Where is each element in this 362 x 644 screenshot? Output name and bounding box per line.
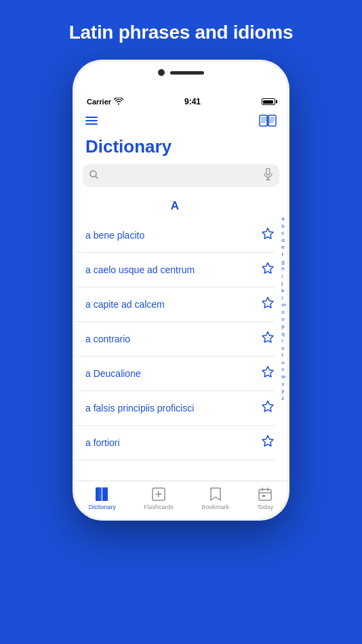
svg-rect-11 — [266, 168, 270, 175]
alpha-letter-q[interactable]: q — [281, 331, 286, 338]
phone-hardware — [158, 69, 204, 76]
alpha-letter-s[interactable]: s — [281, 345, 286, 352]
flashcards-tab-icon — [150, 487, 167, 502]
alpha-letter-y[interactable]: y — [281, 388, 286, 395]
word-text: a caelo usque ad centrum — [85, 264, 195, 275]
star-icon[interactable] — [260, 399, 275, 417]
menu-button[interactable] — [85, 117, 98, 125]
word-item[interactable]: a falsis principiis proficisci — [75, 391, 275, 426]
word-text: a bene placito — [85, 230, 144, 241]
alpha-letter-m[interactable]: m — [281, 302, 286, 308]
alpha-letter-t[interactable]: t — [281, 352, 286, 359]
page-heading: Latin phrases and idioms — [56, 22, 306, 43]
alpha-letter-d[interactable]: d — [281, 237, 286, 244]
word-text: a capite ad calcem — [85, 299, 165, 310]
alpha-letter-j[interactable]: j — [281, 280, 286, 287]
phone-mockup: Carrier 9:41 — [73, 60, 289, 521]
flashcards-tab-label: Flashcards — [144, 504, 174, 510]
tab-bar: Dictionary Flashcards Bookmark Today — [75, 481, 287, 519]
carrier-area: Carrier — [87, 98, 123, 106]
word-text: a Deucalione — [85, 368, 141, 379]
alpha-letter-o[interactable]: o — [281, 316, 286, 323]
word-text: a falsis principiis proficisci — [85, 403, 194, 414]
bookmark-tab-label: Bookmark — [201, 504, 229, 510]
wifi-icon — [114, 98, 123, 106]
tab-today[interactable]: Today — [257, 487, 273, 510]
bookmark-tab-icon — [207, 487, 224, 502]
alpha-letter-g[interactable]: g — [281, 259, 286, 266]
today-tab-icon — [257, 487, 273, 502]
star-icon[interactable] — [260, 434, 275, 451]
alpha-letter-r[interactable]: r — [281, 338, 286, 344]
alpha-letter-e[interactable]: e — [281, 244, 286, 251]
battery-indicator — [262, 98, 275, 105]
word-list-container: A a bene placito a caelo usque ad centru… — [75, 195, 287, 481]
word-item[interactable]: a Deucalione — [75, 357, 275, 391]
microphone-icon[interactable] — [264, 168, 273, 183]
today-tab-label: Today — [257, 504, 273, 510]
alpha-letter-k[interactable]: k — [281, 287, 286, 294]
status-time: 9:41 — [184, 97, 201, 106]
carrier-name: Carrier — [87, 98, 111, 106]
alphabet-index[interactable]: abcdefghijklmnopqrstuvwxyz — [281, 216, 286, 481]
front-camera — [158, 69, 165, 76]
search-input[interactable] — [102, 170, 260, 181]
alpha-letter-x[interactable]: x — [281, 381, 286, 388]
word-list: A a bene placito a caelo usque ad centru… — [75, 195, 287, 481]
alpha-letter-f[interactable]: f — [281, 251, 286, 258]
alpha-letter-h[interactable]: h — [281, 266, 286, 273]
search-bar[interactable] — [83, 164, 279, 187]
star-icon[interactable] — [260, 261, 275, 279]
word-item[interactable]: a capite ad calcem — [75, 287, 275, 322]
svg-rect-24 — [262, 495, 265, 497]
word-item[interactable]: a contrario — [75, 322, 275, 357]
word-text: a contrario — [85, 334, 130, 344]
word-item[interactable]: a caelo usque ad centrum — [75, 253, 275, 287]
svg-rect-0 — [260, 115, 267, 126]
tab-dictionary[interactable]: Dictionary — [89, 487, 116, 510]
star-icon[interactable] — [260, 296, 275, 313]
alpha-letter-p[interactable]: p — [281, 323, 286, 330]
svg-rect-15 — [102, 487, 108, 501]
speaker — [170, 71, 204, 75]
star-icon[interactable] — [260, 330, 275, 348]
alpha-letter-w[interactable]: w — [281, 374, 286, 380]
star-icon[interactable] — [260, 226, 275, 244]
alpha-letter-u[interactable]: u — [281, 359, 286, 366]
section-header-a: A — [75, 195, 275, 218]
svg-rect-16 — [99, 487, 102, 501]
alpha-letter-n[interactable]: n — [281, 309, 286, 316]
dictionary-tab-label: Dictionary — [89, 504, 116, 510]
search-icon — [89, 169, 98, 182]
alpha-letter-b[interactable]: b — [281, 223, 286, 230]
battery-icon — [262, 98, 275, 105]
word-item[interactable]: a fortiori — [75, 426, 275, 460]
alpha-letter-l[interactable]: l — [281, 295, 286, 302]
dictionary-tab-icon — [94, 487, 110, 502]
word-text: a fortiori — [85, 437, 120, 448]
alpha-letter-a[interactable]: a — [281, 216, 286, 222]
open-book-icon[interactable] — [259, 113, 277, 128]
svg-rect-20 — [259, 489, 271, 500]
alpha-letter-c[interactable]: c — [281, 230, 286, 237]
tab-flashcards[interactable]: Flashcards — [144, 487, 174, 510]
nav-bar — [75, 110, 287, 134]
alpha-letter-i[interactable]: i — [281, 273, 286, 280]
word-item[interactable]: a bene placito — [75, 218, 275, 253]
alpha-letter-v[interactable]: v — [281, 366, 286, 373]
dictionary-title: Dictionary — [75, 134, 287, 164]
star-icon[interactable] — [260, 365, 275, 382]
svg-rect-1 — [268, 115, 276, 126]
tab-bookmark[interactable]: Bookmark — [201, 487, 229, 510]
svg-line-10 — [96, 176, 98, 178]
alpha-letter-z[interactable]: z — [281, 395, 286, 402]
